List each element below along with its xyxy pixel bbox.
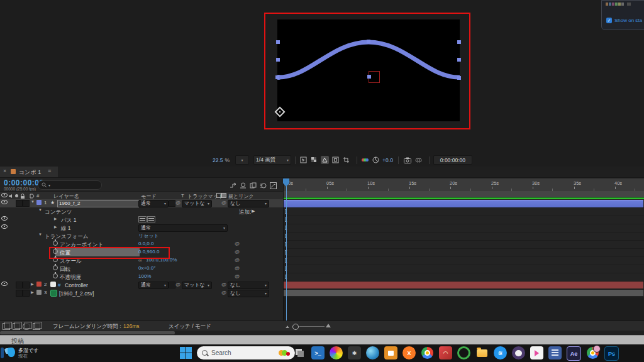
- photoshop-icon[interactable]: Ps: [604, 346, 619, 361]
- channels-icon[interactable]: [361, 156, 369, 164]
- pickwhip-icon[interactable]: @: [235, 241, 240, 246]
- collapse-icon[interactable]: ▶: [31, 282, 34, 286]
- stopwatch-icon[interactable]: [53, 241, 58, 246]
- layer-row-2[interactable]: ▶ 2 # Controller 通常▾ @ マットな▾ @ なし▾: [0, 281, 283, 289]
- pickwhip-icon[interactable]: @: [175, 200, 180, 206]
- opacity-value[interactable]: 100%: [138, 273, 151, 279]
- parent-dropdown[interactable]: なし▾: [228, 290, 269, 297]
- mask-visibility-icon[interactable]: [321, 156, 329, 164]
- visibility-eye-icon[interactable]: [1, 200, 8, 204]
- group-row-contents[interactable]: ▼ コンテンツ 追加: ▶: [0, 207, 283, 216]
- anchor-value[interactable]: 0.0,0.0: [138, 241, 153, 246]
- windows-start-button[interactable]: [180, 347, 192, 359]
- show-snapshot-icon[interactable]: [414, 156, 423, 164]
- zoom-out-mountain-icon[interactable]: [286, 326, 289, 328]
- mini-flowchart-icon[interactable]: [229, 182, 237, 190]
- photos-app-icon[interactable]: ◠: [439, 346, 452, 359]
- timeline-tab-comp1[interactable]: × コンポ 1 ≡: [0, 167, 58, 177]
- stroke-blend-dropdown[interactable]: 通常▾: [138, 224, 228, 232]
- pickwhip-icon[interactable]: @: [221, 290, 226, 295]
- blend-mode-dropdown[interactable]: 通常▾: [138, 282, 169, 289]
- visibility-eye-icon[interactable]: [1, 216, 8, 221]
- timeline-zoom-track[interactable]: [299, 326, 325, 327]
- settings-gear-icon[interactable]: ✱: [348, 346, 361, 359]
- matte-toggle[interactable]: [169, 282, 175, 288]
- visibility-eye-icon[interactable]: [1, 224, 8, 229]
- transparency-grid-icon[interactable]: [310, 156, 318, 164]
- parent-dropdown[interactable]: なし▾: [228, 200, 269, 207]
- camera-tools-icon[interactable]: [33, 323, 40, 330]
- parent-dropdown[interactable]: なし▾: [228, 282, 269, 289]
- switch-mode-toggle[interactable]: スイッチ / モード: [169, 323, 211, 331]
- region-select-icon[interactable]: [299, 156, 308, 164]
- onenote-icon[interactable]: [548, 346, 562, 359]
- path-direction-icon[interactable]: [147, 216, 155, 222]
- draft3d-icon[interactable]: [13, 323, 20, 330]
- timeline-search-box[interactable]: ▾: [38, 180, 102, 190]
- frame-blending-icon[interactable]: [249, 182, 257, 190]
- position-value[interactable]: 0.0,960.0: [138, 249, 159, 255]
- motion-blur-icon[interactable]: [259, 182, 267, 190]
- property-row-anchor[interactable]: アンカーポイント 0.0,0.0 @: [0, 240, 283, 248]
- label-color-swatch[interactable]: [36, 290, 42, 295]
- collapse-icon[interactable]: ▶: [54, 224, 57, 229]
- close-icon[interactable]: ×: [3, 168, 6, 174]
- property-row-stroke1[interactable]: ▶ 線 1 通常▾: [0, 224, 283, 232]
- zoom-level-value[interactable]: 22.5: [213, 157, 223, 163]
- after-effects-icon[interactable]: Ae: [567, 346, 581, 361]
- layer-bar-controller[interactable]: [284, 282, 643, 288]
- panel-menu-icon[interactable]: ≡: [48, 168, 51, 174]
- pickwhip-icon[interactable]: @: [235, 273, 240, 279]
- stopwatch-icon[interactable]: [53, 273, 58, 278]
- scale-value[interactable]: 100.0,100.0%: [146, 257, 177, 263]
- link-dimensions-icon[interactable]: ∞: [138, 258, 142, 263]
- collapse-icon[interactable]: ▶: [31, 290, 34, 294]
- collapse-icon[interactable]: ▶: [54, 216, 57, 221]
- stopwatch-icon[interactable]: [53, 265, 58, 270]
- stopwatch-icon[interactable]: [53, 257, 58, 262]
- show-on-start-checkbox[interactable]: ✓: [606, 18, 612, 23]
- task-view-icon[interactable]: [293, 346, 306, 359]
- pickwhip-icon[interactable]: @: [235, 257, 240, 263]
- property-row-scale[interactable]: スケール ∞ 100.0,100.0% @: [0, 256, 283, 265]
- xampp-icon[interactable]: X: [402, 346, 416, 359]
- layer-row-1[interactable]: ▼ 1 ★ 1960_f_2 通常▾ @ マットな▾ @ なし▾: [0, 199, 283, 207]
- file-explorer-icon[interactable]: [475, 346, 489, 359]
- taskbar-search[interactable]: Search: [197, 346, 295, 359]
- stopwatch-icon[interactable]: [53, 249, 58, 254]
- pickwhip-icon[interactable]: @: [235, 249, 240, 255]
- horizontal-scrollbar[interactable]: [0, 331, 644, 335]
- layer-row-3[interactable]: ▶ 3 [1960_f_2.csv] @ なし▾: [0, 289, 283, 297]
- selection-handle[interactable]: [276, 58, 280, 62]
- property-row-rotation[interactable]: 回転 0x+0.0° @: [0, 265, 283, 273]
- expand-icon[interactable]: ▼: [38, 233, 42, 236]
- expand-icon[interactable]: ▼: [31, 200, 35, 204]
- zoom-in-mountain-icon[interactable]: [326, 324, 331, 327]
- search-options-chevron[interactable]: ▾: [48, 183, 50, 187]
- exposure-icon[interactable]: [372, 156, 380, 164]
- path-direction-icon[interactable]: [138, 216, 147, 222]
- playhead-line[interactable]: [286, 178, 287, 321]
- docker-icon[interactable]: ≋: [494, 346, 507, 359]
- selection-handle[interactable]: [275, 75, 279, 79]
- trackmatte-dropdown[interactable]: マットな▾: [182, 200, 212, 207]
- github-desktop-icon[interactable]: [512, 346, 525, 359]
- rotation-value[interactable]: 0x+0.0°: [138, 265, 155, 271]
- blend-mode-dropdown[interactable]: 通常▾: [138, 200, 169, 207]
- scrollbar-thumb[interactable]: [0, 331, 175, 334]
- visibility-eye-icon[interactable]: [1, 282, 8, 286]
- anchor-point-handle[interactable]: [367, 75, 371, 79]
- globe-browser-icon[interactable]: [366, 346, 379, 359]
- shy-layers-icon[interactable]: [239, 182, 247, 190]
- clipchamp-icon[interactable]: [530, 346, 543, 359]
- crop-icon[interactable]: [342, 156, 350, 164]
- preview-time-display[interactable]: 0:00:00:00: [433, 155, 472, 165]
- reset-link[interactable]: リセット: [138, 233, 159, 239]
- chrome-icon[interactable]: [421, 346, 434, 359]
- background-window-strip[interactable]: 投稿: [0, 335, 644, 345]
- graph-editor-icon[interactable]: [269, 182, 277, 190]
- layer-bar-csv[interactable]: [284, 290, 643, 296]
- property-row-position[interactable]: 位置 0.0,960.0 @: [0, 248, 283, 256]
- powershell-icon[interactable]: >_: [311, 346, 325, 359]
- selection-handle[interactable]: [457, 58, 461, 62]
